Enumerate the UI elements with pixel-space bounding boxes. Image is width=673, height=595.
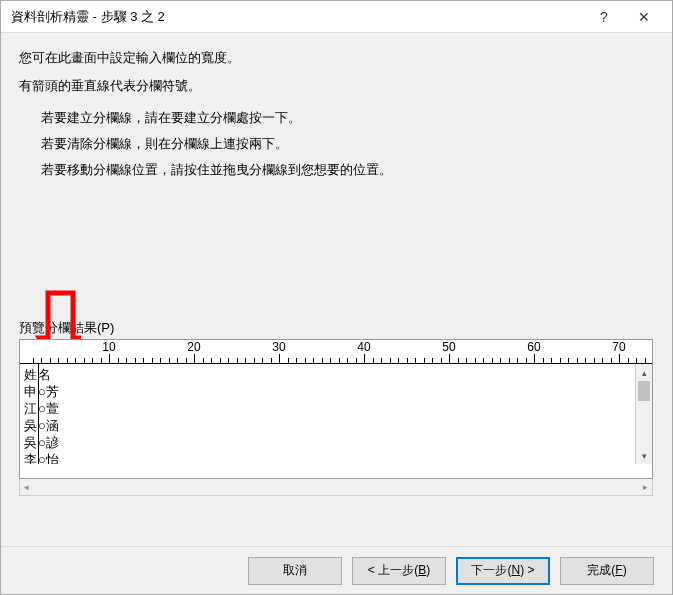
table-row: 李○怡 xyxy=(24,451,652,464)
back-button[interactable]: < 上一步(B) xyxy=(352,557,446,585)
vertical-scrollbar[interactable]: ▴ ▾ xyxy=(635,364,652,464)
button-row: 取消 < 上一步(B) 下一步(N) > 完成(F) xyxy=(1,546,672,594)
table-row: 姓名 xyxy=(24,366,652,383)
ruler-tick-label: 60 xyxy=(527,340,540,354)
instruction-move: 若要移動分欄線位置，請按住並拖曳分欄線到您想要的位置。 xyxy=(41,161,654,179)
horizontal-scrollbar[interactable]: ◂ ▸ xyxy=(19,479,653,496)
scroll-right-icon[interactable]: ▸ xyxy=(643,482,648,492)
ruler-tick-label: 30 xyxy=(272,340,285,354)
scroll-thumb[interactable] xyxy=(638,381,650,401)
scroll-up-icon[interactable]: ▴ xyxy=(636,364,652,381)
cancel-button[interactable]: 取消 xyxy=(248,557,342,585)
scroll-left-icon[interactable]: ◂ xyxy=(24,482,29,492)
wizard-dialog: 資料剖析精靈 - 步驟 3 之 2 ? ✕ 您可在此畫面中設定輸入欄位的寬度。 … xyxy=(0,0,673,595)
table-row: 吳○涵 xyxy=(24,417,652,434)
column-break-line[interactable] xyxy=(38,364,39,464)
ruler[interactable]: 10203040506070 xyxy=(20,340,652,364)
intro-text-2: 有箭頭的垂直線代表分欄符號。 xyxy=(19,77,654,95)
table-row: 江○萱 xyxy=(24,400,652,417)
dialog-title: 資料剖析精靈 - 步驟 3 之 2 xyxy=(11,8,584,26)
finish-button[interactable]: 完成(F) xyxy=(560,557,654,585)
instruction-create: 若要建立分欄線，請在要建立分欄處按一下。 xyxy=(41,109,654,127)
ruler-tick-label: 70 xyxy=(612,340,625,354)
titlebar: 資料剖析精靈 - 步驟 3 之 2 ? ✕ xyxy=(1,1,672,33)
table-row: 申○芳 xyxy=(24,383,652,400)
preview-box[interactable]: 10203040506070 姓名申○芳江○萱吳○涵吳○諺李○怡 ▴ ▾ xyxy=(19,339,653,479)
table-row: 吳○諺 xyxy=(24,434,652,451)
ruler-tick-label: 40 xyxy=(357,340,370,354)
scroll-down-icon[interactable]: ▾ xyxy=(636,447,652,464)
close-button[interactable]: ✕ xyxy=(624,3,664,31)
ruler-tick-label: 10 xyxy=(102,340,115,354)
ruler-tick-label: 20 xyxy=(187,340,200,354)
next-button[interactable]: 下一步(N) > xyxy=(456,557,550,585)
dialog-content: 您可在此畫面中設定輸入欄位的寬度。 有箭頭的垂直線代表分欄符號。 若要建立分欄線… xyxy=(1,33,672,546)
instruction-clear: 若要清除分欄線，則在分欄線上連按兩下。 xyxy=(41,135,654,153)
data-preview-area[interactable]: 姓名申○芳江○萱吳○涵吳○諺李○怡 xyxy=(20,364,652,464)
preview-label: 預覽分欄結果(P) xyxy=(19,319,654,337)
ruler-tick-label: 50 xyxy=(442,340,455,354)
intro-text-1: 您可在此畫面中設定輸入欄位的寬度。 xyxy=(19,49,654,67)
help-button[interactable]: ? xyxy=(584,3,624,31)
